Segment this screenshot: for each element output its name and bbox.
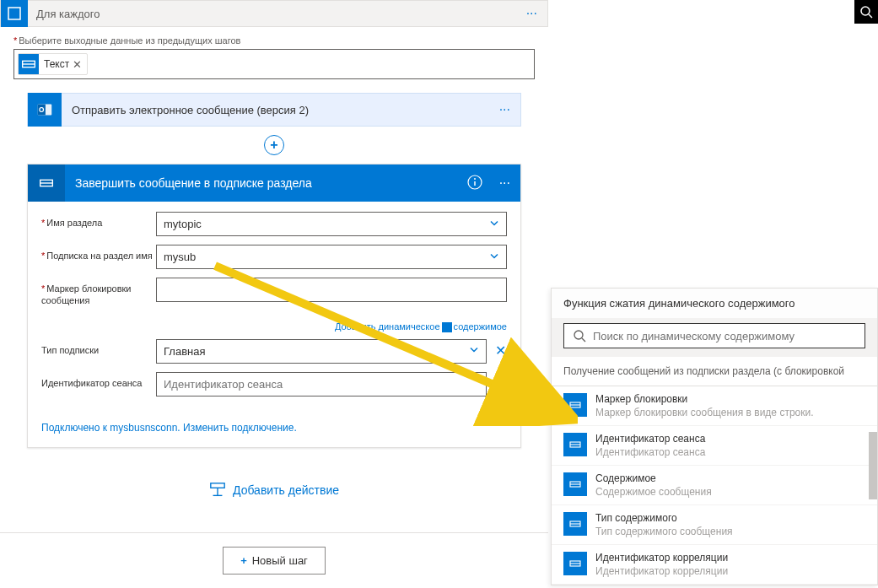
subscription-label: *Подписка на раздел имя [41,245,156,262]
topic-select[interactable]: mytopic [156,212,507,236]
clear-session[interactable]: ✕ [493,372,507,391]
servicebus-icon [563,433,587,456]
foreach-title: Для каждого [28,8,516,20]
outlook-action-card[interactable]: O Отправить электронное сообщение (верси… [27,93,521,127]
dc-item[interactable]: Идентификатор сеанса Идентификатор сеанс… [552,426,877,466]
scrollbar[interactable] [869,432,877,499]
dc-header: Функция сжатия динамического содержимого [552,289,877,318]
add-action-button[interactable]: Добавить действие [209,482,339,499]
outlook-action-title: Отправить электронное сообщение (версия … [62,104,489,116]
foreach-menu[interactable]: ··· [516,6,547,21]
subtype-select[interactable]: Главная [156,339,487,364]
svg-rect-2 [8,8,20,19]
sb-header[interactable]: Завершить сообщение в подписке раздела ·… [28,165,520,202]
subtype-label: Тип подписки [41,339,156,356]
svg-text:O: O [39,106,45,114]
outlook-menu[interactable]: ··· [489,102,520,117]
dc-item[interactable]: Содержимое Содержимое сообщения [552,466,877,505]
dc-item-title: Идентификатор сеанса [595,433,865,445]
connector-plus[interactable]: + [13,135,535,155]
dc-item-desc: Тип содержимого сообщения [595,526,865,537]
session-label: Идентификатор сеанса [41,372,156,389]
lock-token-input[interactable] [156,278,507,302]
dc-item[interactable]: Маркер блокировки Маркер блокировки сооб… [552,386,877,426]
svg-line-17 [582,338,585,342]
dc-search-input[interactable] [593,330,856,343]
sb-menu[interactable]: ··· [489,175,520,191]
topic-label: *Имя раздела [41,212,156,229]
servicebus-icon [563,472,587,496]
dc-item[interactable]: Тип содержимого Тип содержимого сообщени… [552,505,877,545]
search-icon [573,329,586,343]
token-remove[interactable]: ✕ [73,58,82,71]
svg-point-0 [861,7,870,15]
info-icon[interactable] [467,175,482,192]
dc-item-title: Маркер блокировки [595,393,865,405]
lock-token-label: *Маркер блокировки сообщения [41,278,156,307]
foreach-header[interactable]: Для каждого ··· [0,0,548,27]
outlook-icon: O [28,93,62,127]
dc-search[interactable] [563,323,865,348]
dc-item-title: Тип содержимого [595,512,865,524]
connection-info[interactable]: Подключено к mysbusnsconn. Изменить подк… [28,415,520,447]
dynamic-content-panel: Функция сжатия динамического содержимого… [551,288,878,585]
svg-rect-13 [211,483,224,488]
dc-item-desc: Идентификатор корреляции [595,565,865,577]
dc-item-title: Содержимое [595,472,865,484]
clear-subtype[interactable]: ✕ [493,339,507,359]
servicebus-icon [28,165,65,202]
dc-list: Маркер блокировки Маркер блокировки сооб… [552,386,877,585]
dc-section-title: Получение сообщений из подписки раздела … [552,357,877,386]
svg-point-12 [474,178,476,180]
dc-item-title: Идентификатор корреляции [595,552,865,564]
svg-point-16 [574,331,583,339]
sb-title: Завершить сообщение в подписке раздела [65,176,467,190]
subscription-select[interactable]: mysub [156,245,507,269]
top-search-button[interactable] [854,0,878,24]
prev-output-label: *Выберите выходные данные из предыдущих … [13,35,535,46]
dc-item-desc: Содержимое сообщения [595,486,865,498]
servicebus-icon [563,512,587,536]
servicebus-card: Завершить сообщение в подписке раздела ·… [27,164,521,448]
new-step-button[interactable]: +Новый шаг [223,547,326,575]
session-input[interactable] [156,372,487,396]
servicebus-icon [19,54,39,74]
servicebus-icon [563,552,587,575]
dc-item-desc: Идентификатор сеанса [595,446,865,458]
servicebus-icon [563,393,587,417]
prev-output-input[interactable]: Текст ✕ [13,49,535,79]
token-text[interactable]: Текст ✕ [18,53,88,75]
foreach-icon [1,0,28,27]
dc-item-desc: Маркер блокировки сообщения в виде строк… [595,407,865,418]
search-icon [859,5,873,19]
dc-item[interactable]: Идентификатор корреляции Идентификатор к… [552,545,877,585]
dynamic-content-link[interactable]: Добавить динамическоесодержимое [28,321,520,332]
add-action-icon [209,482,226,499]
svg-line-1 [869,14,872,18]
